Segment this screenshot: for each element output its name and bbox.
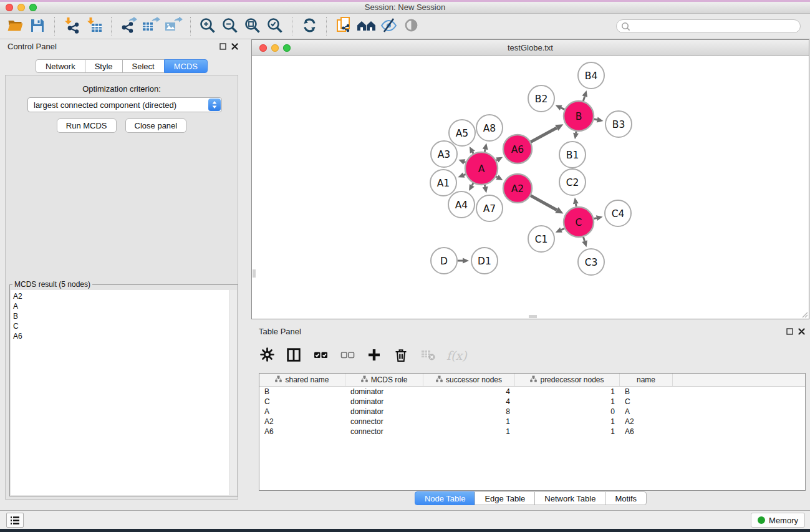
result-item[interactable]: B xyxy=(11,311,229,321)
edge-A-A7[interactable] xyxy=(483,185,488,193)
column-header-shared-name[interactable]: shared name xyxy=(259,374,345,386)
edge-A-A1[interactable] xyxy=(458,172,465,177)
tab-network-table[interactable]: Network Table xyxy=(534,491,605,505)
export-table-button[interactable] xyxy=(140,16,162,37)
resize-grip-icon[interactable] xyxy=(801,311,808,318)
node-A7[interactable]: A7 xyxy=(476,195,503,221)
close-network-button[interactable] xyxy=(259,44,267,52)
table-row[interactable]: A6connector11A6 xyxy=(259,427,805,437)
edge-B-B4[interactable] xyxy=(582,90,587,101)
result-item[interactable]: A xyxy=(11,301,229,311)
node-B1[interactable]: B1 xyxy=(559,142,586,168)
node-A1[interactable]: A1 xyxy=(430,170,456,196)
node-B2[interactable]: B2 xyxy=(528,85,554,112)
float-panel-icon[interactable] xyxy=(219,42,226,50)
edge-C-C1[interactable] xyxy=(556,228,564,233)
zoom-in-button[interactable] xyxy=(196,16,219,37)
edge-A6-B[interactable] xyxy=(531,124,563,142)
zoom-window-button[interactable] xyxy=(29,4,37,11)
node-A2[interactable]: A2 xyxy=(503,174,532,203)
close-panel-button[interactable]: Close panel xyxy=(125,118,187,133)
column-header-successor-nodes[interactable]: successor nodes xyxy=(423,374,515,386)
save-session-button[interactable] xyxy=(26,16,49,37)
minimize-network-button[interactable] xyxy=(271,44,279,52)
search-box[interactable] xyxy=(616,19,801,33)
network-canvas[interactable]: B4B2BB3A5A8A6A3B1AA1C2A2A4A7C4CC1DD1C3 xyxy=(252,56,809,319)
open-file-button[interactable] xyxy=(4,16,26,37)
delete-table-button[interactable] xyxy=(420,347,436,364)
node-C2[interactable]: C2 xyxy=(559,169,586,195)
tab-network[interactable]: Network xyxy=(36,59,85,73)
vertical-scroll-indicator[interactable] xyxy=(253,269,256,278)
result-item[interactable]: C xyxy=(11,321,229,331)
select-all-button[interactable] xyxy=(312,347,329,364)
edge-A-A8[interactable] xyxy=(483,143,488,152)
tab-select[interactable]: Select xyxy=(122,59,165,73)
search-input[interactable] xyxy=(634,22,796,31)
edge-B-B2[interactable] xyxy=(556,105,565,110)
zoom-selected-button[interactable] xyxy=(264,16,286,37)
run-mcds-button[interactable]: Run MCDS xyxy=(57,118,117,133)
import-network-button[interactable] xyxy=(60,16,83,37)
table-row[interactable]: Bdominator41B xyxy=(259,387,805,397)
close-window-button[interactable] xyxy=(6,4,13,11)
function-builder-button[interactable]: f(x) xyxy=(446,347,467,364)
node-D[interactable]: D xyxy=(431,248,457,274)
node-A8[interactable]: A8 xyxy=(476,115,503,141)
result-scrollbar[interactable] xyxy=(229,290,237,495)
task-history-button[interactable] xyxy=(6,513,24,528)
table-settings-button[interactable] xyxy=(259,347,275,364)
edge-A2-C[interactable] xyxy=(531,196,563,214)
edge-A-A5[interactable] xyxy=(470,147,475,153)
node-B4[interactable]: B4 xyxy=(578,62,604,89)
export-network-button[interactable] xyxy=(117,16,140,37)
zoom-fit-button[interactable] xyxy=(241,16,264,37)
edge-B-B3[interactable] xyxy=(594,117,603,123)
node-A4[interactable]: A4 xyxy=(448,191,475,218)
column-header-mcds-role[interactable]: MCDS role xyxy=(345,374,423,386)
result-item[interactable]: A2 xyxy=(11,291,229,301)
minimize-window-button[interactable] xyxy=(17,4,25,11)
node-C1[interactable]: C1 xyxy=(528,226,554,252)
node-C3[interactable]: C3 xyxy=(578,249,604,275)
edge-C-C2[interactable] xyxy=(573,198,579,207)
edge-B-B1[interactable] xyxy=(573,132,579,140)
node-A5[interactable]: A5 xyxy=(449,120,475,146)
edge-C-C3[interactable] xyxy=(582,237,587,247)
tab-mcds[interactable]: MCDS xyxy=(164,59,208,73)
node-A[interactable]: A xyxy=(465,152,498,185)
table-row[interactable]: Adominator80A xyxy=(259,407,805,417)
tab-edge-table[interactable]: Edge Table xyxy=(475,491,535,505)
show-eye-button[interactable] xyxy=(400,16,422,37)
column-header-predecessor-nodes[interactable]: predecessor nodes xyxy=(515,374,620,386)
table-row[interactable]: Cdominator41C xyxy=(259,397,805,407)
float-table-panel-icon[interactable] xyxy=(786,327,793,335)
column-header-name[interactable]: name xyxy=(620,374,673,386)
delete-column-button[interactable] xyxy=(393,347,409,364)
import-table-button[interactable] xyxy=(83,16,105,37)
node-A6[interactable]: A6 xyxy=(503,135,532,163)
node-C4[interactable]: C4 xyxy=(605,200,631,226)
close-panel-icon[interactable] xyxy=(231,42,238,50)
tab-style[interactable]: Style xyxy=(85,59,123,73)
edge-C-C4[interactable] xyxy=(594,215,602,221)
tab-motifs[interactable]: Motifs xyxy=(605,491,647,505)
table-row[interactable]: A2connector11A2 xyxy=(259,417,805,427)
edge-A-A2[interactable] xyxy=(496,175,503,180)
horizontal-scroll-indicator[interactable] xyxy=(529,315,537,318)
show-columns-button[interactable] xyxy=(286,347,302,364)
node-B[interactable]: B xyxy=(564,101,594,131)
duplicate-network-button[interactable] xyxy=(332,16,355,37)
houses-button[interactable] xyxy=(355,16,377,37)
memory-button[interactable]: Memory xyxy=(751,513,805,528)
tab-node-table[interactable]: Node Table xyxy=(415,491,476,505)
criterion-dropdown[interactable]: largest connected component (directed) xyxy=(27,97,222,112)
close-table-panel-icon[interactable] xyxy=(798,327,805,335)
node-C[interactable]: C xyxy=(564,207,594,237)
refresh-network-button[interactable] xyxy=(298,16,321,37)
export-image-button[interactable] xyxy=(162,16,185,37)
add-column-button[interactable] xyxy=(366,347,382,364)
node-A3[interactable]: A3 xyxy=(431,141,457,167)
edge-A-A4[interactable] xyxy=(469,183,475,191)
result-item[interactable]: A6 xyxy=(11,331,229,341)
